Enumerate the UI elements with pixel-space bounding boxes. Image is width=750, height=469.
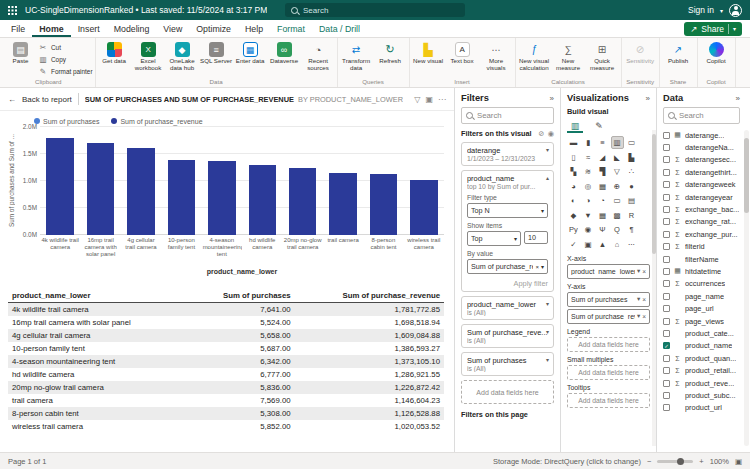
sign-in-link[interactable]: Sign in [688,5,714,15]
field-item-product-quan[interactable]: Σproduct_quan... [663,352,740,364]
line-and-clustered-column-chart-icon[interactable]: ▚ [567,165,580,178]
zoom-in-icon[interactable]: + [699,457,703,466]
table-row[interactable]: wireless trail camera5,852.001,020,053.5… [8,420,444,433]
field-checkbox[interactable] [663,243,670,250]
back-to-report-link[interactable]: Back to report [22,95,72,104]
ribbon-button-cut[interactable]: ✂Cut [38,42,93,52]
field-checkbox[interactable] [663,355,670,362]
show-items-mode-dropdown[interactable]: Top ▾ [467,231,521,246]
bar[interactable] [208,161,235,235]
treemap-icon[interactable]: ▦ [596,180,609,193]
menu-tab-view[interactable]: View [156,20,189,37]
bar[interactable] [168,160,195,235]
menu-tab-home[interactable]: Home [32,20,70,37]
global-search-box[interactable]: Search [285,3,465,17]
close-icon[interactable]: × [642,296,646,303]
scatter-chart-icon[interactable]: ∴ [625,165,638,178]
donut-chart-icon[interactable]: ◎ [582,180,595,193]
gauge-icon[interactable]: ◔ [596,194,609,207]
eraser-icon[interactable]: ⊘ [539,129,545,138]
field-item-product-url[interactable]: product_url [663,402,740,414]
bar[interactable] [410,180,437,235]
legend-item[interactable]: Sum of purchases [34,118,99,125]
y-axis-field-pill[interactable]: Sum of purchase_reve... ▾ × [567,309,650,324]
azure-map-icon[interactable]: ◑ [582,194,595,207]
ribbon-button-excel-workbook[interactable]: XExcel workbook [132,40,165,72]
field-checkbox[interactable] [663,293,670,300]
field-item-filtername[interactable]: filterName [663,253,740,265]
field-checkbox[interactable]: ✓ [663,342,670,349]
smart-narrative-icon[interactable]: ¶ [625,223,638,236]
field-checkbox[interactable] [663,268,670,275]
field-item-page-name[interactable]: page_name [663,290,740,302]
legend-drop-zone[interactable]: Add data fields here [567,337,650,352]
column-header[interactable]: product_name_lower [8,289,188,303]
multi-row-card-icon[interactable]: ▤ [625,194,638,207]
ribbon-button-transform-data[interactable]: ⇄Transform data [340,40,373,72]
decomposition-tree-icon[interactable]: Ψ [596,223,609,236]
field-item-daterangesec[interactable]: Σdaterangesec... [663,154,740,166]
y-axis-field-pill[interactable]: Sum of purchases ▾ × [567,292,650,307]
power-apps-icon[interactable]: ⌂ [611,238,624,251]
more-options-icon[interactable]: ⋯ [438,95,446,104]
data-scrollbar[interactable] [744,130,749,446]
filter-card-daterange[interactable]: daterange 1/1/2023 – 12/31/2023 ▾ [461,142,554,166]
storage-mode-link[interactable]: Storage Mode: DirectQuery (click to chan… [493,457,641,466]
share-button[interactable]: ↗ Share ▾ [684,22,742,36]
table-row[interactable]: 20mp no-glow trail camera5,836.001,226,8… [8,381,444,394]
menu-tab-file[interactable]: File [4,20,32,37]
field-checkbox[interactable] [663,218,670,225]
ribbon-button-sensitivity[interactable]: ⊘Sensitivity [624,40,657,65]
table-row[interactable]: 8-person cabin tent5,308.001,126,528.88 [8,407,444,420]
area-chart-icon[interactable]: ◢ [596,151,609,164]
r-script-visual-icon[interactable]: R [625,209,638,222]
field-checkbox[interactable] [663,280,670,287]
scrollbar-thumb[interactable] [744,138,749,213]
field-checkbox[interactable] [663,392,670,399]
key-influencers-icon[interactable]: ◉ [582,223,595,236]
clustered-bar-chart-icon[interactable]: ≡ [596,136,609,149]
ribbon-button-text-box[interactable]: AText box [446,40,479,65]
metrics-icon[interactable]: ✓ [567,238,580,251]
field-item-daterangeweek[interactable]: Σdaterangeweek [663,179,740,191]
arcgis-map-icon[interactable]: ▲ [596,238,609,251]
bar[interactable] [46,138,73,235]
card-icon[interactable]: ▭ [611,194,624,207]
table-row[interactable]: 10-person family tent5,687.001,386,593.2… [8,342,444,355]
field-checkbox[interactable] [663,194,670,201]
zoom-slider-thumb[interactable] [677,458,684,465]
ribbon-button-publish[interactable]: ↗Publish [662,40,695,65]
ribbon-button-more-visuals[interactable]: ⋯More visuals [480,40,513,72]
x-axis-field-pill[interactable]: product_name_lower ▾ × [567,264,650,279]
bar[interactable] [329,173,356,235]
field-item-product-name[interactable]: ✓product_name [663,340,740,352]
field-checkbox[interactable] [663,330,670,337]
python-visual-icon[interactable]: Py [567,223,580,236]
field-checkbox[interactable] [663,305,670,312]
field-item-page-views[interactable]: Σpage_views [663,315,740,327]
by-value-field-pill[interactable]: Sum of purchase_reve... × ▾ [467,259,548,274]
field-checkbox[interactable] [663,144,670,151]
field-checkbox[interactable] [663,256,670,263]
tooltips-drop-zone[interactable]: Add data fields here [567,393,650,408]
field-item-product-subc[interactable]: product_subc... [663,389,740,401]
field-item-daterange[interactable]: ▦daterange... [663,129,740,141]
bar[interactable] [127,148,154,235]
table-row[interactable]: trail camera7,569.001,146,604.23 [8,394,444,407]
apply-filter-button[interactable]: Apply filter [467,279,548,288]
collapse-visualizations-icon[interactable]: » [646,94,650,103]
field-checkbox[interactable] [663,231,670,238]
slicer-icon[interactable]: ▼ [582,209,595,222]
filter-type-dropdown[interactable]: Top N ▾ [467,203,548,218]
ribbon-button-get-data[interactable]: Get data [98,40,131,65]
field-checkbox[interactable] [663,181,670,188]
ribbon-button-onelake-data-hub[interactable]: ◆OneLake data hub [166,40,199,72]
collapse-data-icon[interactable]: » [736,94,740,103]
stacked-column-chart-icon[interactable]: ▮ [582,136,595,149]
paginated-report-icon[interactable]: ▣ [582,238,595,251]
menu-tab-help[interactable]: Help [238,20,270,37]
line-chart-icon[interactable]: ≈ [582,151,595,164]
ribbon-button-dataverse[interactable]: ∞Dataverse [268,40,301,65]
shape-map-icon[interactable]: ◐ [567,194,580,207]
filter-card-product-name[interactable]: product_name top 10 by Sum of pur... ▴ F… [461,170,554,292]
